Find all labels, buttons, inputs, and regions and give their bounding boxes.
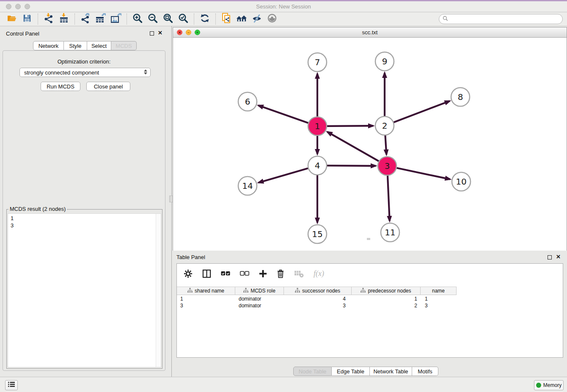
delete-table-icon — [294, 270, 304, 278]
float-table-panel-icon[interactable] — [548, 255, 552, 259]
session-title: Session: New Session — [0, 1, 567, 12]
result-scrollbar[interactable] — [156, 214, 161, 367]
houses-icon — [236, 13, 247, 25]
zoom-in-icon — [132, 13, 143, 25]
zoom-in-button[interactable] — [130, 13, 145, 25]
add-column-button[interactable] — [259, 270, 267, 278]
open-file-button[interactable] — [4, 13, 19, 25]
export-table-button[interactable] — [93, 13, 108, 25]
graph-edge-1-6[interactable] — [258, 105, 308, 123]
control-panel-tabs: Network Style Select MCDS — [33, 41, 137, 50]
show-graphics-button[interactable] — [264, 13, 280, 25]
close-window-icon[interactable] — [6, 4, 11, 9]
deselect-all-button[interactable] — [240, 271, 249, 276]
zoom-window-icon[interactable] — [25, 4, 30, 9]
graph-edge-3-1[interactable] — [327, 132, 379, 161]
control-panel: Control Panel ✕ Network Style Select MCD… — [0, 26, 168, 377]
hide-graphics-button[interactable] — [249, 13, 264, 25]
zoom-fit-button[interactable] — [160, 13, 176, 25]
network-graph-canvas[interactable]: 7968124314101511 — [173, 38, 567, 251]
column-header-name[interactable]: name — [421, 287, 457, 295]
table-row[interactable]: 3 dominator 3 2 3 — [177, 302, 457, 309]
select-all-button[interactable] — [221, 271, 230, 276]
refresh-layout-button[interactable] — [197, 13, 212, 25]
refresh-icon — [200, 13, 210, 25]
graph-edge-3-10[interactable] — [396, 168, 450, 179]
delete-column-button[interactable] — [277, 269, 284, 278]
home-networks-button[interactable] — [234, 13, 249, 25]
column-header-predecessor-nodes[interactable]: predecessor nodes — [352, 287, 421, 295]
tab-mcds[interactable]: MCDS — [111, 41, 137, 50]
graph-node-label: 9 — [382, 56, 388, 66]
graph-node-label: 1 — [315, 121, 320, 131]
eye-slash-icon — [252, 13, 262, 25]
tab-style[interactable]: Style — [64, 41, 87, 50]
network-maximize-icon[interactable]: + — [195, 30, 200, 35]
show-columns-button[interactable] — [202, 269, 211, 278]
float-panel-icon[interactable] — [150, 31, 154, 36]
graph-edge-1-2[interactable] — [327, 126, 373, 126]
graph-node-label: 2 — [382, 121, 388, 131]
gear-icon — [184, 269, 193, 278]
close-panel-icon[interactable]: ✕ — [158, 31, 162, 35]
search-input[interactable] — [450, 16, 559, 22]
run-mcds-button[interactable]: Run MCDS — [41, 82, 80, 91]
clone-network-button[interactable] — [219, 13, 234, 25]
mcds-result-textarea[interactable]: 1 3 — [8, 213, 161, 367]
clone-network-icon — [221, 13, 231, 25]
graph-edge-2-3[interactable] — [385, 135, 386, 155]
graph-edge-3-11[interactable] — [388, 175, 390, 221]
toolbar-separator — [74, 14, 75, 25]
save-session-button[interactable] — [19, 13, 35, 25]
network-window-title: scc.txt — [173, 28, 567, 37]
mcds-panel-body: Optimization criterion: strongly connect… — [3, 50, 165, 371]
function-builder-button-disabled: f(x) — [314, 269, 324, 278]
graph-edge-4-14[interactable] — [259, 168, 308, 182]
export-image-button[interactable] — [108, 13, 124, 25]
table-row[interactable]: 1 dominator 4 1 1 — [177, 295, 457, 302]
table-settings-button[interactable] — [184, 269, 193, 278]
network-view-window: ✕ − + scc.txt 7968124314101511 — [173, 27, 567, 251]
export-network-button[interactable] — [78, 13, 93, 25]
graph-node-label: 10 — [456, 177, 466, 187]
unchecked-boxes-icon — [240, 271, 249, 276]
zoom-out-button[interactable] — [145, 13, 160, 25]
search-field[interactable] — [439, 14, 563, 24]
import-table-button[interactable] — [56, 13, 72, 25]
criterion-dropdown[interactable]: strongly connected component — [19, 68, 151, 77]
mcds-result-group: MCDS result (2 nodes) 1 3 — [6, 209, 162, 369]
graph-edge-4-3[interactable] — [327, 166, 376, 166]
graph-edge-2-8[interactable] — [394, 101, 450, 123]
tab-network-table[interactable]: Network Table — [370, 367, 412, 376]
network-window-titlebar[interactable]: ✕ − + scc.txt — [173, 28, 567, 38]
network-minimize-icon[interactable]: − — [186, 30, 191, 35]
network-close-icon[interactable]: ✕ — [177, 30, 182, 35]
import-network-icon — [44, 13, 54, 25]
graph-node-label: 3 — [385, 161, 390, 171]
import-network-button[interactable] — [41, 13, 56, 25]
column-header-mcds-role[interactable]: MCDS role — [235, 287, 284, 295]
task-history-button[interactable] — [5, 380, 18, 390]
tab-select[interactable]: Select — [87, 41, 111, 50]
export-image-icon — [110, 13, 121, 25]
toolbar-separator — [127, 14, 127, 25]
window-resize-grip[interactable] — [367, 238, 370, 240]
minimize-window-icon[interactable] — [15, 4, 21, 9]
open-folder-icon — [7, 13, 17, 25]
memory-button[interactable]: Memory — [534, 380, 564, 390]
memory-label: Memory — [543, 382, 561, 388]
zoom-selected-button[interactable] — [176, 13, 191, 25]
eye-icon — [267, 13, 277, 25]
column-header-successor-nodes[interactable]: successor nodes — [284, 287, 352, 295]
graph-node-label: 11 — [385, 227, 395, 237]
app-titlebar: Session: New Session — [0, 1, 567, 12]
table-panel: Table Panel ✕ f(x) shared name MCDS role… — [173, 251, 567, 377]
close-table-panel-icon[interactable]: ✕ — [556, 255, 561, 259]
tab-motifs[interactable]: Motifs — [412, 367, 438, 376]
graph-node-label: 15 — [312, 229, 322, 239]
column-header-shared-name[interactable]: shared name — [177, 287, 235, 295]
tab-network[interactable]: Network — [33, 41, 64, 50]
tab-node-table[interactable]: Node Table — [293, 367, 332, 376]
tab-edge-table[interactable]: Edge Table — [332, 367, 370, 376]
close-panel-button[interactable]: Close panel — [86, 82, 130, 91]
